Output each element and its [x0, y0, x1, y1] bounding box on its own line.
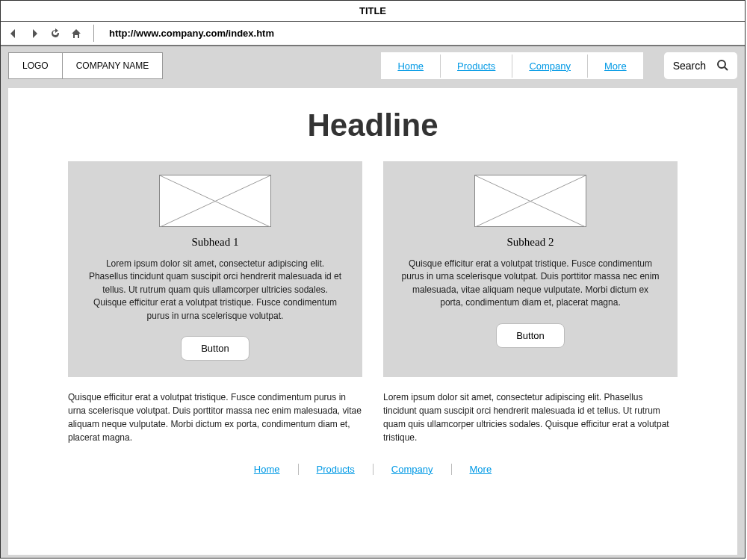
back-icon[interactable]: [7, 27, 20, 40]
logo[interactable]: LOGO: [9, 53, 63, 78]
card-2-button[interactable]: Button: [496, 323, 565, 348]
footer-company[interactable]: Company: [374, 464, 452, 475]
footer-products[interactable]: Products: [299, 464, 374, 475]
footer-home[interactable]: Home: [236, 464, 299, 475]
footer-nav: Home Products Company More: [68, 464, 678, 475]
card-1-subhead: Subhead 1: [86, 236, 344, 249]
forward-icon[interactable]: [28, 27, 41, 40]
card-2: Subhead 2 Quisque efficitur erat a volut…: [383, 161, 678, 377]
svg-point-0: [718, 60, 725, 68]
search-placeholder: Search: [673, 60, 706, 72]
card-2-subhead: Subhead 2: [401, 236, 660, 249]
page-headline: Headline: [68, 108, 678, 143]
search-icon[interactable]: [716, 59, 728, 73]
home-icon[interactable]: [69, 27, 83, 40]
card-1-body: Lorem ipsum dolor sit amet, consectetur …: [86, 258, 344, 323]
svg-line-1: [725, 67, 728, 70]
image-placeholder-icon: [474, 175, 586, 227]
card-1-button[interactable]: Button: [181, 336, 249, 361]
top-nav: Home Products Company More: [381, 52, 642, 79]
company-name: COMPANY NAME: [63, 53, 163, 78]
card-1: Subhead 1 Lorem ipsum dolor sit amet, co…: [68, 161, 362, 377]
logo-block: LOGO COMPANY NAME: [8, 52, 163, 79]
url-bar[interactable]: http://www.company.com/index.htm: [105, 25, 739, 42]
search-input[interactable]: Search: [664, 52, 737, 79]
browser-toolbar: http://www.company.com/index.htm: [1, 22, 745, 46]
window-title: TITLE: [1, 1, 745, 22]
nav-home[interactable]: Home: [381, 55, 441, 78]
below-text-2: Lorem ipsum dolor sit amet, consectetur …: [383, 391, 678, 444]
nav-products[interactable]: Products: [441, 55, 512, 78]
below-text-1: Quisque efficitur erat a volutpat tristi…: [68, 391, 362, 444]
nav-more[interactable]: More: [588, 55, 643, 78]
nav-company[interactable]: Company: [512, 55, 588, 78]
footer-more[interactable]: More: [452, 464, 510, 475]
card-2-body: Quisque efficitur erat a volutpat tristi…: [401, 258, 660, 310]
reload-icon[interactable]: [49, 27, 62, 40]
image-placeholder-icon: [159, 175, 271, 227]
